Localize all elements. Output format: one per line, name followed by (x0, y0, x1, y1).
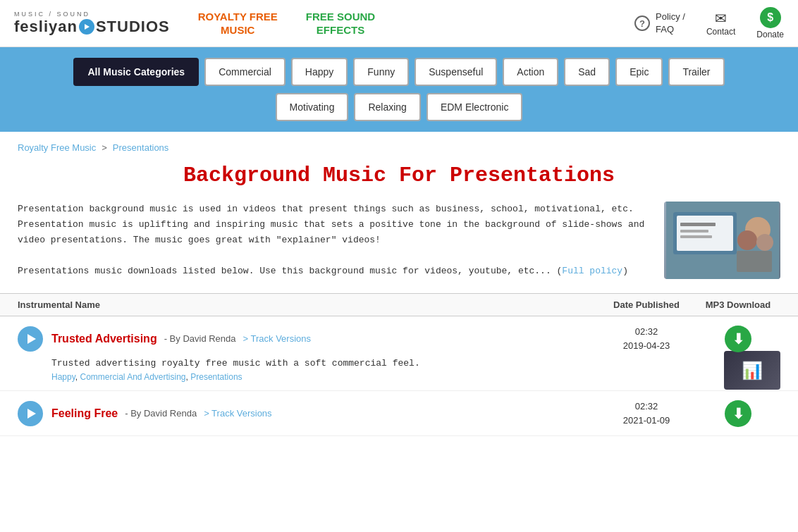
track-title[interactable]: Trusted Advertising (51, 333, 157, 345)
download-arrow-icon: ⬇ (732, 332, 744, 346)
track-description: Trusted advertising royalty free music w… (51, 358, 780, 369)
svg-rect-4 (680, 230, 708, 233)
logo: MUSIC / SOUND fesliyan STUDIOS (14, 11, 170, 36)
track-tag[interactable]: Presentations (190, 372, 242, 382)
nav-royalty-free-music[interactable]: ROYALTY FREEMUSIC (198, 10, 278, 37)
breadcrumb: Royalty Free Music > Presentations (0, 132, 798, 156)
track-title[interactable]: Feeling Free (51, 407, 118, 420)
logo-suffix: STUDIOS (96, 18, 170, 36)
track-table-header: Instrumental Name Date Published MP3 Dow… (0, 293, 798, 316)
description-image (664, 202, 780, 279)
track-main: Trusted Advertising - By David Renda > T… (18, 325, 780, 352)
policy-faq-nav[interactable]: ? Policy /FAQ (634, 11, 685, 36)
header-right: ? Policy /FAQ ✉ Contact $ Donate (634, 7, 784, 39)
track-title-row: Trusted Advertising - By David Renda > T… (51, 333, 597, 345)
track-date: 02:32 2019-04-23 (597, 325, 696, 352)
svg-rect-3 (680, 223, 716, 226)
category-btn-funny[interactable]: Funny (353, 58, 409, 86)
category-btn-motivating[interactable]: Motivating (276, 93, 349, 121)
play-button[interactable] (18, 326, 43, 352)
track-download: ⬇ (696, 326, 780, 352)
category-row-2: MotivatingRelaxingEDM Electronic (276, 93, 523, 121)
donate-nav[interactable]: $ Donate (756, 7, 784, 39)
track-row: Trusted Advertising - By David Renda > T… (0, 316, 798, 391)
description-para2: Presentations music downloads listed bel… (18, 264, 650, 279)
track-duration: 02:32 (597, 325, 696, 339)
track-tag[interactable]: Commercial And Advertising (80, 372, 185, 382)
track-tags: Happy, Commercial And Advertising, Prese… (51, 372, 780, 382)
track-title-row: Feeling Free - By David Renda > Track Ve… (51, 407, 597, 420)
header: MUSIC / SOUND fesliyan STUDIOS ROYALTY F… (0, 0, 798, 47)
track-versions-link[interactable]: > Track Versions (243, 333, 311, 344)
track-main: Feeling Free - By David Renda > Track Ve… (18, 400, 780, 427)
category-btn-suspenseful[interactable]: Suspenseful (415, 58, 497, 86)
page-title: Background Music For Presentations (0, 163, 798, 187)
description-para2-text: Presentations music downloads listed bel… (18, 266, 562, 276)
category-btn-trailer[interactable]: Trailer (668, 58, 724, 86)
donate-icon: $ (760, 7, 781, 28)
svg-point-8 (756, 234, 773, 251)
track-date: 02:32 2021-01-09 (597, 400, 696, 427)
thumb-placeholder: 📊 (724, 351, 780, 390)
category-btn-relaxing[interactable]: Relaxing (354, 93, 420, 121)
header-download: MP3 Download (696, 299, 780, 310)
presentation-svg (666, 202, 779, 279)
description-text: Presentation background music is used in… (18, 202, 650, 279)
track-thumbnail: 📊 (724, 351, 780, 390)
header-name: Instrumental Name (18, 299, 597, 310)
track-info: Feeling Free - By David Renda > Track Ve… (51, 407, 597, 420)
category-bar: All Music CategoriesCommercialHappyFunny… (0, 47, 798, 132)
tracks-container: Trusted Advertising - By David Renda > T… (0, 316, 798, 436)
contact-icon: ✉ (715, 10, 727, 27)
category-btn-commercial[interactable]: Commercial (204, 58, 286, 86)
breadcrumb-link[interactable]: Royalty Free Music (18, 142, 96, 153)
breadcrumb-current: Presentations (113, 142, 169, 153)
track-duration: 02:32 (597, 400, 696, 414)
contact-nav[interactable]: ✉ Contact (706, 10, 735, 37)
svg-rect-5 (680, 235, 712, 238)
logo-tagline: MUSIC / SOUND (14, 11, 90, 18)
category-btn-sad[interactable]: Sad (564, 58, 610, 86)
description-para2-end: ) (622, 266, 628, 276)
track-author: - By David Renda (164, 333, 236, 344)
track-download: ⬇ (696, 400, 780, 427)
svg-rect-2 (677, 216, 733, 251)
policy-faq-label: Policy /FAQ (656, 11, 685, 36)
track-info: Trusted Advertising - By David Renda > T… (51, 333, 597, 345)
svg-rect-9 (737, 251, 772, 272)
category-row-1: All Music CategoriesCommercialHappyFunny… (73, 58, 724, 86)
track-date-published: 2021-01-09 (597, 414, 696, 428)
full-policy-link[interactable]: Full policy (562, 266, 622, 276)
category-btn-action[interactable]: Action (503, 58, 558, 86)
contact-label: Contact (706, 27, 735, 37)
track-date-published: 2019-04-23 (597, 339, 696, 353)
nav-links: ROYALTY FREEMUSIC FREE SOUNDEFFECTS (198, 10, 634, 37)
track-versions-link[interactable]: > Track Versions (204, 408, 271, 419)
download-button[interactable]: ⬇ (725, 400, 751, 427)
help-icon: ? (634, 16, 650, 31)
description-area: Presentation background music is used in… (0, 202, 798, 293)
logo-name: fesliyan STUDIOS (14, 18, 170, 36)
logo-play-icon (79, 19, 94, 35)
breadcrumb-separator: > (102, 142, 107, 153)
svg-point-7 (737, 230, 757, 250)
logo-prefix: fesliyan (14, 18, 78, 36)
track-row: Feeling Free - By David Renda > Track Ve… (0, 391, 798, 436)
category-btn-all-music-categories[interactable]: All Music Categories (73, 58, 199, 86)
track-author: - By David Renda (125, 408, 197, 419)
description-para1: Presentation background music is used in… (18, 202, 650, 248)
nav-free-sound-effects[interactable]: FREE SOUNDEFFECTS (306, 10, 375, 37)
category-btn-epic[interactable]: Epic (615, 58, 663, 86)
category-btn-edm-electronic[interactable]: EDM Electronic (426, 93, 522, 121)
chart-icon: 📊 (742, 361, 763, 381)
presentation-image (664, 202, 780, 279)
category-btn-happy[interactable]: Happy (291, 58, 348, 86)
download-button[interactable]: ⬇ (725, 326, 751, 352)
donate-label: Donate (756, 30, 784, 39)
track-tag[interactable]: Happy (51, 372, 75, 382)
play-button[interactable] (18, 401, 43, 426)
header-date: Date Published (597, 299, 696, 310)
download-arrow-icon: ⬇ (732, 407, 744, 421)
